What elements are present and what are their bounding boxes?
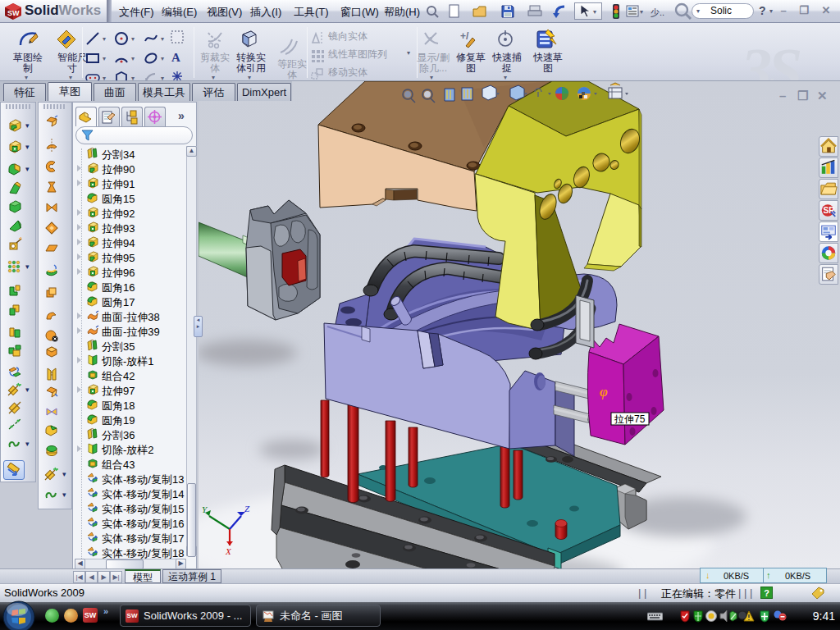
svg-text:A: A xyxy=(171,51,180,64)
svg-text:X: X xyxy=(225,546,232,556)
svg-text:拉伸75: 拉伸75 xyxy=(614,413,646,425)
svg-text:+/: +/ xyxy=(460,30,469,42)
svg-text:φ: φ xyxy=(600,384,608,399)
svg-text:Z: Z xyxy=(244,504,250,514)
svg-text:SW: SW xyxy=(7,9,20,17)
